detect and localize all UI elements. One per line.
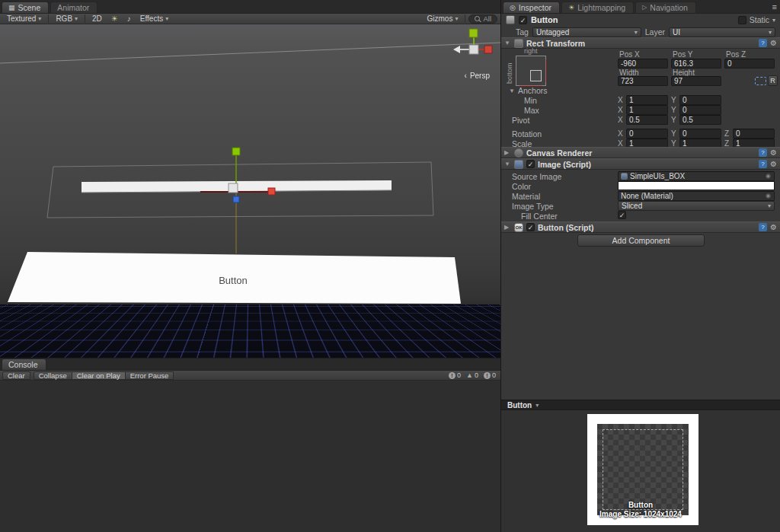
- fold-open-icon[interactable]: ▼: [504, 40, 511, 46]
- fill-center-label: Fill Center: [521, 212, 558, 221]
- layer-dropdown[interactable]: UI ▾: [669, 27, 775, 37]
- gear-icon[interactable]: ⚙: [770, 148, 777, 157]
- persp-mode-label[interactable]: ‹ Persp: [465, 72, 490, 80]
- image-type-dropdown[interactable]: Sliced ▾: [618, 201, 775, 211]
- help-icon[interactable]: ?: [759, 39, 767, 47]
- pos-y-field[interactable]: 616.3: [671, 59, 721, 68]
- scene-viewport[interactable]: Button ‹ Persp: [0, 24, 500, 358]
- gameobject-active-checkbox[interactable]: ✓: [519, 16, 527, 24]
- gizmo-x-cap[interactable]: [484, 46, 492, 53]
- help-icon[interactable]: ?: [759, 160, 767, 168]
- console-clear-button[interactable]: Clear: [2, 371, 30, 380]
- gizmo-center-cube[interactable]: [469, 45, 478, 54]
- source-image-field[interactable]: SimpleUIs_BOX: [618, 171, 775, 181]
- move-gizmo-x-handle[interactable]: [268, 188, 275, 195]
- shading-mode-dropdown[interactable]: Textured ▾: [3, 14, 45, 24]
- lighting-toggle[interactable]: ☀: [107, 14, 122, 24]
- blueprint-mode-icon[interactable]: [755, 77, 766, 85]
- tag-dropdown[interactable]: Untagged ▾: [532, 27, 641, 37]
- help-icon[interactable]: ?: [759, 148, 767, 157]
- console-log-count[interactable]: ! 0: [484, 371, 496, 379]
- effects-dropdown[interactable]: Effects ▾: [136, 14, 172, 24]
- static-checkbox[interactable]: [738, 16, 746, 24]
- canvas-renderer-header[interactable]: ▶ Canvas Renderer ? ⚙: [501, 147, 780, 158]
- tab-scene[interactable]: ▦ Scene: [2, 2, 49, 13]
- gear-icon[interactable]: ⚙: [770, 160, 777, 168]
- color-label: Color: [512, 182, 531, 191]
- anchor-preset-box[interactable]: [516, 56, 546, 86]
- preview-handle-icon[interactable]: ▾: [535, 402, 539, 409]
- audio-toggle[interactable]: ♪: [123, 14, 135, 24]
- gear-icon[interactable]: ⚙: [770, 39, 777, 47]
- fold-closed-icon[interactable]: ▶: [504, 149, 511, 156]
- image-enabled-checkbox[interactable]: ✓: [526, 160, 535, 168]
- console-error-pause-toggle[interactable]: Error Pause: [126, 371, 174, 380]
- inspector-icon: ◎: [510, 4, 516, 11]
- material-field[interactable]: None (Material): [618, 191, 775, 201]
- pivot-x-field[interactable]: 0.5: [626, 115, 668, 125]
- pos-x-field[interactable]: -960: [618, 59, 668, 68]
- fill-center-checkbox[interactable]: ✓: [618, 211, 626, 219]
- header-actions: ? ⚙: [759, 39, 777, 47]
- scene-search-input[interactable]: All: [468, 14, 497, 24]
- lightmapping-icon: ☀: [568, 4, 574, 11]
- gameobject-name-field[interactable]: Button: [531, 15, 558, 24]
- static-dropdown-arrow[interactable]: ▾: [772, 17, 775, 24]
- anchors-max-x-field[interactable]: 1: [626, 105, 668, 115]
- object-picker-icon[interactable]: [765, 173, 772, 180]
- anchors-max-y-field[interactable]: 0: [679, 105, 721, 115]
- height-field[interactable]: 97: [671, 76, 721, 86]
- rotation-z-field[interactable]: 0: [733, 129, 775, 139]
- gear-icon[interactable]: ⚙: [770, 223, 777, 231]
- anchor-v-label: bottom: [506, 62, 513, 84]
- console-warning-count[interactable]: ▲ 0: [466, 371, 478, 379]
- tab-animator[interactable]: Animator: [50, 2, 98, 13]
- width-field[interactable]: 723: [618, 76, 668, 86]
- add-component-button[interactable]: Add Component: [577, 234, 705, 247]
- pivot-y-field[interactable]: 0.5: [679, 115, 721, 125]
- preview-header[interactable]: Button ▾: [501, 400, 780, 410]
- gizmos-dropdown[interactable]: Gizmos ▾: [424, 14, 462, 24]
- chevron-down-icon: ▾: [455, 15, 458, 22]
- gizmo-z-cap[interactable]: [453, 46, 460, 53]
- pos-z-field[interactable]: 0: [724, 59, 775, 68]
- console-panel: Console Clear Collapse Clear on Play Err…: [0, 358, 500, 532]
- raw-edit-button[interactable]: R: [768, 75, 778, 86]
- render-channels-dropdown[interactable]: RGB ▾: [52, 14, 82, 24]
- gizmo-y-cap[interactable]: [469, 29, 478, 37]
- console-collapse-toggle[interactable]: Collapse: [34, 371, 72, 380]
- color-swatch[interactable]: [618, 181, 775, 190]
- tab-lightmapping[interactable]: ☀ Lightmapping: [561, 2, 634, 13]
- preview-title: Button: [507, 401, 532, 409]
- rotation-label: Rotation: [512, 129, 542, 139]
- move-gizmo-z-handle[interactable]: [233, 196, 239, 202]
- anchors-fold-icon[interactable]: ▼: [509, 88, 515, 94]
- rotation-y-field[interactable]: 0: [679, 129, 721, 139]
- move-gizmo-center-handle[interactable]: [229, 183, 238, 193]
- chevron-down-icon: ▾: [75, 15, 78, 22]
- move-gizmo-y-handle[interactable]: [232, 148, 240, 155]
- panel-menu-icon[interactable]: ≡: [772, 2, 777, 11]
- console-error-count[interactable]: ! 0: [449, 371, 461, 379]
- orientation-gizmo[interactable]: [453, 29, 492, 54]
- anchors-min-y-field[interactable]: 0: [679, 95, 721, 105]
- rotation-x-field[interactable]: 0: [626, 129, 668, 139]
- fold-open-icon[interactable]: ▼: [504, 161, 511, 167]
- anchors-min-x-field[interactable]: 1: [626, 95, 668, 105]
- object-picker-icon[interactable]: [765, 193, 772, 199]
- tab-navigation[interactable]: ▷ Navigation: [635, 2, 696, 13]
- header-actions: ? ⚙: [759, 148, 777, 157]
- header-actions: ? ⚙: [759, 160, 777, 168]
- tab-console[interactable]: Console: [2, 358, 46, 370]
- button-enabled-checkbox[interactable]: ✓: [526, 223, 535, 231]
- console-clear-on-play-toggle[interactable]: Clear on Play: [72, 371, 126, 380]
- scene-render: Button: [0, 24, 500, 358]
- 2d-toggle[interactable]: 2D: [88, 14, 106, 24]
- help-icon[interactable]: ?: [759, 223, 767, 231]
- image-component-header[interactable]: ▼ ✓ Image (Script) ? ⚙: [501, 158, 780, 170]
- anchor-preset-widget[interactable]: right bottom: [506, 47, 551, 88]
- console-log-list[interactable]: [0, 381, 500, 532]
- fold-closed-icon[interactable]: ▶: [504, 224, 511, 231]
- tab-inspector[interactable]: ◎ Inspector: [503, 2, 560, 13]
- button-component-header[interactable]: ▶ OK ✓ Button (Script) ? ⚙: [501, 221, 780, 233]
